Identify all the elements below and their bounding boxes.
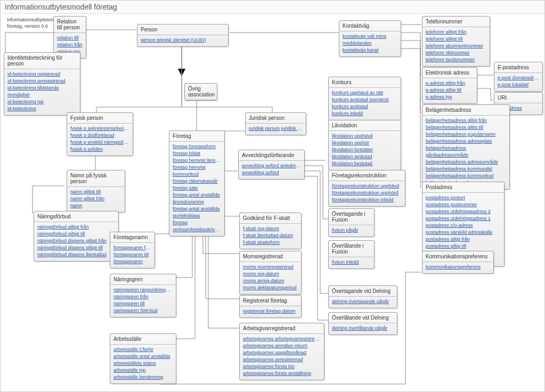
entity-attribute[interactable]: näringsgren SNI-kod — [113, 307, 173, 314]
entity-attribute[interactable]: företagsrekonstruktion upphörd — [332, 190, 402, 197]
entity-attribute[interactable]: id-beteckning registrerad — [7, 71, 77, 78]
entity-attribute[interactable]: näringsförbud dispens giltigt till — [37, 244, 115, 251]
entity-attribute[interactable]: id-beteckning avregistrerad — [7, 78, 77, 85]
entity-attribute[interactable]: postadress giltig från — [426, 236, 501, 243]
entity-attribute[interactable]: e-post domänadress — [498, 75, 539, 81]
entity-attribute[interactable]: avveckling avförd anledning — [242, 162, 301, 169]
entity-attribute[interactable]: postadress c/o-adress — [426, 222, 501, 229]
entity-attribute[interactable]: delning överlåtande pågår — [332, 325, 394, 332]
entity-attribute[interactable]: näringsförbud giltigt från — [37, 224, 115, 231]
entity-attribute[interactable]: arbetsgivarreg uppgiftsmånad — [243, 349, 321, 356]
entity-attribute[interactable]: företag antal anställda — [173, 206, 221, 213]
entity-attribute[interactable]: namn giltigt till — [70, 189, 121, 195]
entity-attribute[interactable]: kontaktväg kanal — [343, 47, 397, 54]
entity-attribute[interactable]: belägenhetsadress giltig från — [426, 117, 506, 124]
entity-attribute[interactable]: arbetsgivarreg arbetsgivarregistrerad — [243, 336, 321, 342]
entity-attribute[interactable]: fysisk p enskild näringsidkare — [70, 139, 129, 146]
entity-attribute[interactable]: likvidation beslutad — [332, 160, 397, 167]
entity-attribute[interactable]: storleksklass — [173, 213, 221, 219]
entity-attribute[interactable]: e-adress giltig till — [426, 87, 474, 94]
entity-attribute[interactable]: postadress utdelningsadress 1 — [426, 215, 501, 222]
entity-attribute[interactable]: f-skatt återkallad-datum — [243, 232, 298, 239]
entity-attribute[interactable]: belägenhetsadress populärnamn — [426, 131, 506, 138]
entity-attribute[interactable]: namn giltigt från — [70, 195, 121, 202]
entity-attribute[interactable]: gårdsadressområde — [426, 152, 506, 159]
entity-attribute[interactable]: f-skatt reg-datum — [243, 225, 298, 232]
entity-attribute[interactable]: arbetsställe antal anställda — [113, 353, 173, 360]
entity-attribute[interactable]: företag hemvist — [173, 164, 221, 171]
entity-attribute[interactable]: f-skatt skatteform — [243, 239, 298, 246]
entity-attribute[interactable]: meddelanden — [343, 40, 397, 47]
entity-attribute[interactable]: e-adress giltig från — [426, 80, 474, 87]
entity-attribute[interactable]: e-post lokaldel — [498, 81, 539, 88]
entity-attribute[interactable]: konkurs inledd — [332, 110, 397, 117]
entity-attribute[interactable]: näringsgren rangordningstal — [113, 287, 173, 293]
entity-attribute[interactable]: myndighet — [7, 92, 77, 99]
entity-attribute[interactable]: företag säte — [173, 185, 221, 192]
entity-attribute[interactable]: fusion pågår — [332, 227, 371, 234]
entity-attribute[interactable]: konkurs upphävd av rätt — [332, 89, 397, 96]
entity-attribute[interactable]: namn — [70, 202, 121, 209]
entity-attribute[interactable]: telefonnr landsnummer — [426, 56, 486, 63]
entity-attribute[interactable]: id-beteckning — [7, 105, 77, 112]
entity-attribute[interactable]: belägenhetsadress — [426, 145, 506, 152]
entity-attribute[interactable]: postadress postnummer — [426, 201, 501, 208]
entity-attribute[interactable]: likvidation upphör — [332, 140, 397, 146]
entity-attribute[interactable]: kontaktväg valt mina — [343, 33, 397, 40]
entity-attribute[interactable]: arbetsställe benämning — [113, 374, 173, 381]
entity-attribute[interactable]: kommunkod — [173, 171, 221, 178]
entity-attribute[interactable]: likvidation upphävd — [332, 133, 397, 140]
entity-attribute[interactable]: konkurs avslutad överskott — [332, 96, 397, 103]
entity-attribute[interactable]: fysisk p sekretessmarkering — [70, 125, 129, 132]
entity-attribute[interactable]: telefonnr abonnentnummer — [426, 43, 486, 50]
entity-attribute[interactable]: registrerat företag datum — [243, 308, 298, 315]
entity-attribute[interactable]: moms reg-datum — [243, 271, 298, 277]
entity-attribute[interactable]: delning övertagande pågår — [332, 298, 394, 305]
entity-attribute[interactable]: telefonnr giltigt från — [426, 29, 486, 36]
entity-attribute[interactable]: arbetsställe CfarNr — [113, 346, 173, 353]
entity-attribute[interactable]: likvidation avslutad — [332, 153, 397, 160]
entity-attribute[interactable]: kommunikationspreferens — [426, 264, 490, 271]
entity-attribute[interactable]: företag räkenskapsår — [173, 178, 221, 185]
entity-attribute[interactable]: moms momsregistrerad — [243, 264, 298, 271]
entity-attribute[interactable]: verksamhetsbeskrivning — [173, 226, 221, 233]
entity-attribute[interactable]: fysisk p avliden — [70, 146, 129, 153]
entity-attribute[interactable]: näringsförbud giltigt till — [37, 231, 115, 238]
entity-attribute[interactable]: företag företagsform — [173, 143, 221, 150]
entity-attribute[interactable]: företag bildat — [173, 150, 221, 157]
entity-attribute[interactable]: företagsnamn — [113, 258, 151, 265]
entity-attribute[interactable]: näringsförbud dispens återkallad — [37, 251, 115, 258]
entity-attribute[interactable]: fysisk p dödförklarad — [70, 132, 129, 139]
entity-attribute[interactable]: företag — [173, 219, 221, 226]
entity-attribute[interactable]: näringsförbud dispens giltigt från — [37, 238, 115, 244]
entity-attribute[interactable]: juridisk person juridisk form — [249, 125, 303, 132]
entity-attribute[interactable]: likvidation fortsätter — [332, 146, 397, 153]
entity-attribute[interactable]: näringsgren till — [113, 300, 173, 307]
entity-attribute[interactable]: postadress postort — [426, 194, 501, 201]
entity-attribute[interactable]: företagsrekonstruktion inledd — [332, 197, 402, 203]
entity-attribute[interactable]: arbetsgivarreg första lön — [243, 363, 321, 370]
entity-attribute[interactable]: person teknisk identitet (UUID) — [141, 37, 225, 44]
entity-attribute[interactable]: arbetsställets status — [113, 360, 173, 367]
entity-attribute[interactable]: belägenhetsadress kommunkod — [426, 173, 506, 179]
entity-attribute[interactable]: fusion inledd — [332, 259, 371, 266]
entity-attribute[interactable]: konkurs avslutad — [332, 103, 397, 110]
entity-attribute[interactable]: belägenhetsadress adressplats — [426, 138, 506, 145]
entity-attribute[interactable]: avveckling avförd — [242, 169, 301, 176]
entity-attribute[interactable]: e-adress typ — [426, 94, 474, 101]
entity-attribute[interactable]: företagsnamn till — [113, 251, 151, 258]
entity-attribute[interactable]: arbetsställe typ — [113, 367, 173, 374]
entity-attribute[interactable]: moms avreg-datum — [243, 277, 298, 284]
entity-attribute[interactable]: telefonnr giltigt till — [426, 36, 486, 43]
entity-attribute[interactable]: företagsnamn från — [113, 244, 151, 251]
entity-attribute[interactable]: företag hemvist länskod — [173, 157, 221, 164]
entity-attribute[interactable]: företag antal anställda — [173, 192, 221, 199]
entity-attribute[interactable]: relation från — [57, 42, 83, 48]
entity-attribute[interactable]: företagsrekonstruktion upphävd — [332, 183, 402, 190]
entity-attribute[interactable]: belägenhetsadress kommundel — [426, 166, 506, 173]
entity-attribute[interactable]: arbetsgivarreg första anställning — [243, 370, 321, 377]
entity-attribute[interactable]: relation till — [57, 35, 83, 42]
entity-attribute[interactable]: id-beteckning typ — [7, 99, 77, 105]
entity-attribute[interactable]: moms deklarationsperiod — [243, 284, 298, 291]
entity-attribute[interactable]: belägenhetsadress giltig till — [426, 124, 506, 131]
